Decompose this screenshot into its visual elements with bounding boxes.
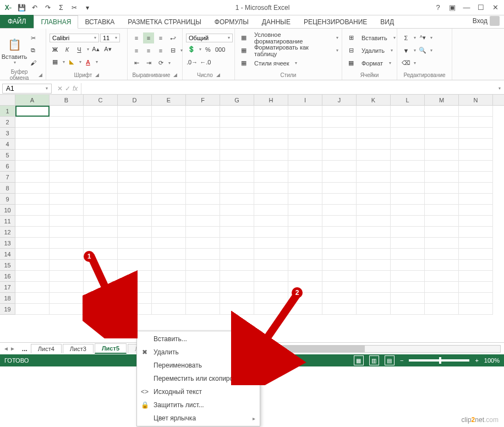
number-format-select[interactable]: Общий▾	[186, 34, 233, 42]
page-break-view-icon[interactable]: ▤	[385, 355, 395, 365]
align-right-icon[interactable]: ≡	[155, 45, 166, 56]
expand-formula-bar-icon[interactable]: ▾	[495, 86, 504, 91]
cell[interactable]	[220, 260, 254, 271]
cell[interactable]	[118, 172, 152, 183]
cell[interactable]	[15, 161, 50, 172]
comma-format-icon[interactable]: 000	[215, 44, 226, 55]
cell[interactable]	[152, 249, 186, 260]
cell-styles-button[interactable]: Стили ячеек	[250, 58, 293, 69]
row-header[interactable]: 15	[0, 260, 15, 271]
cell[interactable]	[357, 227, 391, 238]
cell[interactable]	[15, 227, 50, 238]
cell[interactable]	[322, 150, 357, 161]
autosum-icon[interactable]: Σ	[55, 2, 67, 14]
increase-decimal-icon[interactable]: .0→	[186, 57, 198, 68]
cell[interactable]	[357, 249, 391, 260]
page-layout-view-icon[interactable]: ▥	[369, 355, 379, 365]
borders-button[interactable]: ▦	[50, 57, 61, 68]
orientation-icon[interactable]: ⟳	[155, 58, 166, 69]
cell[interactable]	[425, 216, 459, 227]
minimize-button[interactable]: —	[460, 2, 473, 14]
cell[interactable]	[152, 216, 186, 227]
cell[interactable]	[425, 139, 459, 150]
cell[interactable]	[186, 106, 220, 117]
cell[interactable]	[391, 150, 425, 161]
cell[interactable]	[459, 249, 493, 260]
cell[interactable]	[425, 117, 459, 128]
italic-button[interactable]: К	[62, 44, 73, 55]
cell[interactable]	[50, 216, 84, 227]
cell[interactable]	[425, 161, 459, 172]
cell[interactable]	[118, 260, 152, 271]
sheet-tabs-more[interactable]: ...	[19, 344, 31, 354]
select-all-corner[interactable]	[0, 95, 15, 105]
cell[interactable]	[84, 183, 118, 194]
cell[interactable]	[459, 293, 493, 304]
sort-filter-icon[interactable]: ᴬ▾	[417, 32, 428, 43]
row-header[interactable]: 19	[0, 304, 15, 315]
cell[interactable]	[459, 194, 493, 205]
cell[interactable]	[254, 106, 288, 117]
accounting-format-icon[interactable]: 💲	[186, 44, 197, 55]
cell[interactable]	[425, 194, 459, 205]
cell[interactable]	[288, 238, 322, 249]
cell[interactable]	[84, 304, 118, 315]
ribbon-options-icon[interactable]: ▣	[446, 2, 459, 14]
column-header[interactable]: K	[357, 95, 391, 105]
format-painter-icon[interactable]: 🖌	[28, 57, 39, 68]
tab-view[interactable]: ВИД	[374, 16, 401, 28]
cell[interactable]	[288, 216, 322, 227]
cell[interactable]	[152, 161, 186, 172]
cell[interactable]	[357, 172, 391, 183]
cell[interactable]	[288, 150, 322, 161]
cell[interactable]	[50, 106, 84, 117]
cell[interactable]	[357, 293, 391, 304]
cell[interactable]	[50, 282, 84, 293]
cell[interactable]	[322, 161, 357, 172]
cell[interactable]	[254, 304, 288, 315]
cell[interactable]	[15, 216, 50, 227]
cell[interactable]	[322, 249, 357, 260]
cell[interactable]	[220, 249, 254, 260]
cell[interactable]	[459, 227, 493, 238]
cell[interactable]	[186, 238, 220, 249]
cell[interactable]	[322, 216, 357, 227]
cell[interactable]	[50, 139, 84, 150]
cell[interactable]	[220, 150, 254, 161]
cell[interactable]	[357, 139, 391, 150]
tab-home[interactable]: ГЛАВНАЯ	[34, 15, 78, 29]
cell[interactable]	[322, 183, 357, 194]
cell[interactable]	[322, 172, 357, 183]
column-header[interactable]: M	[425, 95, 459, 105]
cell[interactable]	[288, 194, 322, 205]
normal-view-icon[interactable]: ▦	[354, 355, 364, 365]
cell[interactable]	[391, 128, 425, 139]
row-header[interactable]: 10	[0, 205, 15, 216]
cell[interactable]	[357, 128, 391, 139]
cell[interactable]	[220, 194, 254, 205]
cell[interactable]	[459, 172, 493, 183]
cell[interactable]	[152, 139, 186, 150]
cell[interactable]	[391, 293, 425, 304]
cell[interactable]	[322, 293, 357, 304]
cell[interactable]	[118, 128, 152, 139]
cell[interactable]	[50, 227, 84, 238]
cell[interactable]	[425, 282, 459, 293]
cell[interactable]	[391, 106, 425, 117]
row-header[interactable]: 2	[0, 117, 15, 128]
column-header[interactable]: C	[84, 95, 118, 105]
cell[interactable]	[84, 150, 118, 161]
cell[interactable]	[391, 304, 425, 315]
cell[interactable]	[459, 260, 493, 271]
cell[interactable]	[186, 128, 220, 139]
cell[interactable]	[118, 139, 152, 150]
cell[interactable]	[15, 304, 50, 315]
cell[interactable]	[357, 216, 391, 227]
cell[interactable]	[254, 282, 288, 293]
cell[interactable]	[220, 238, 254, 249]
cut-icon[interactable]: ✂	[68, 2, 80, 14]
spreadsheet-grid[interactable]: A B C D E F G H I J K L M N 123456789101…	[0, 95, 504, 315]
maximize-button[interactable]: ☐	[474, 2, 487, 14]
cell[interactable]	[152, 260, 186, 271]
cell[interactable]	[220, 282, 254, 293]
